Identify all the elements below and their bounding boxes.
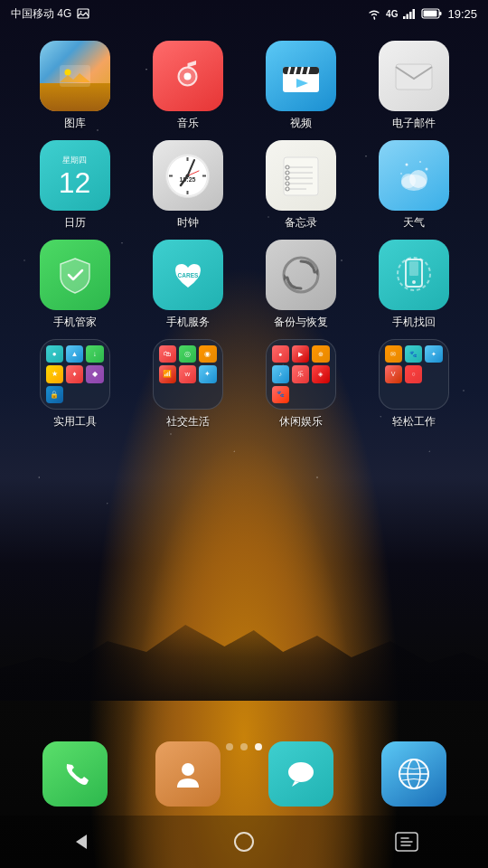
video-svg: [278, 56, 324, 97]
app-weather[interactable]: 天气: [357, 140, 470, 231]
notes-label: 备忘录: [285, 215, 317, 231]
battery-icon: [421, 7, 443, 20]
findphone-svg: [391, 252, 436, 297]
cares-svg: CARES: [169, 259, 207, 291]
menu-button[interactable]: [384, 824, 429, 860]
app-phonemanager[interactable]: 手机管家: [18, 240, 131, 330]
app-phoneservice[interactable]: CARES 手机服务: [131, 240, 244, 330]
calendar-label: 日历: [64, 215, 86, 231]
svg-point-64: [235, 833, 253, 851]
tools-label: 实用工具: [53, 414, 97, 429]
home-icon: [233, 831, 255, 853]
calendar-date: 12: [59, 168, 91, 197]
menu-icon: [394, 831, 419, 853]
weather-label: 天气: [403, 215, 425, 231]
app-findphone[interactable]: 手机找回: [357, 240, 470, 330]
app-gallery[interactable]: 图库: [18, 41, 131, 131]
svg-marker-63: [76, 835, 87, 849]
back-button[interactable]: [59, 824, 104, 860]
notes-icon: [266, 140, 336, 211]
messages-svg: [283, 756, 319, 792]
app-backup[interactable]: 备份与恢复: [244, 240, 357, 330]
music-icon: [153, 41, 223, 111]
social-label: 社交生活: [166, 414, 210, 429]
app-notes[interactable]: 备忘录: [244, 140, 357, 231]
clock-svg: 19:25: [163, 151, 212, 201]
dock-messages-icon: [268, 741, 333, 807]
backup-svg: [278, 252, 324, 297]
backup-label: 备份与恢复: [274, 315, 328, 330]
phonemanager-icon: [40, 240, 110, 310]
svg-point-59: [288, 762, 314, 782]
phone-svg: [58, 757, 92, 791]
svg-point-44: [406, 163, 408, 165]
signal-icon: [402, 7, 417, 20]
app-grid: 图库 音乐: [0, 27, 488, 429]
svg-point-1: [80, 11, 82, 13]
backup-icon: [266, 240, 336, 310]
back-icon: [70, 831, 92, 853]
gallery-label: 图库: [64, 116, 86, 131]
music-svg: [167, 56, 208, 97]
calendar-day-label: 星期四: [62, 155, 87, 166]
phoneservice-label: 手机服务: [166, 315, 210, 330]
contacts-svg: [171, 757, 205, 791]
svg-point-47: [400, 173, 402, 175]
svg-point-45: [419, 161, 421, 163]
svg-point-46: [426, 167, 428, 170]
app-clock[interactable]: 19:25 时钟: [131, 140, 244, 231]
dock-phone[interactable]: [42, 741, 108, 807]
tools-folder-icon: ● ▲ ↓ ★ ♦ ◆ 🔒: [40, 339, 110, 410]
dock-phone-icon: [42, 741, 108, 807]
app-social-folder[interactable]: 🛍 ◎ ◉ 📶 w ✦ 社交生活: [131, 339, 244, 429]
image-status-icon: [77, 8, 89, 19]
status-right: 4G 19:25: [367, 7, 477, 21]
svg-rect-8: [424, 11, 437, 17]
svg-rect-9: [60, 65, 90, 87]
notes-svg: [279, 153, 323, 198]
app-email[interactable]: 电子邮件: [357, 41, 470, 131]
music-label: 音乐: [177, 116, 199, 131]
svg-text:19:25: 19:25: [180, 176, 196, 183]
home-button[interactable]: [221, 824, 267, 860]
svg-point-51: [284, 258, 318, 292]
video-label: 视频: [290, 116, 312, 131]
app-tools-folder[interactable]: ● ▲ ↓ ★ ♦ ◆ 🔒 实用工具: [18, 339, 131, 429]
work-folder-icon: ✉ 🐾 ✦ V ○: [379, 339, 449, 410]
weather-svg: [389, 151, 438, 201]
status-bar: 中国移动 4G 4G 19:25: [0, 0, 488, 27]
app-entertainment-folder[interactable]: ● ▶ ⊕ ♪ 乐 ◈ 🐾 休闲娱乐: [244, 339, 357, 429]
dock: [0, 734, 488, 814]
video-icon: [266, 41, 336, 111]
weather-icon: [379, 140, 449, 211]
dock-contacts[interactable]: [155, 741, 221, 807]
social-folder-icon: 🛍 ◎ ◉ 📶 w ✦: [153, 339, 223, 410]
svg-rect-4: [409, 12, 412, 19]
app-work-folder[interactable]: ✉ 🐾 ✦ V ○ 轻松工作: [357, 339, 470, 429]
status-left: 中国移动 4G: [11, 6, 89, 22]
entertainment-folder-icon: ● ▶ ⊕ ♪ 乐 ◈ 🐾: [266, 339, 336, 410]
svg-rect-7: [439, 12, 442, 15]
dock-browser[interactable]: [381, 741, 446, 807]
dock-browser-icon: [381, 741, 446, 807]
calendar-icon: 星期四 12: [40, 140, 110, 211]
carrier-text: 中国移动 4G: [11, 6, 71, 22]
dock-messages[interactable]: [268, 741, 333, 807]
time-text: 19:25: [447, 7, 477, 21]
clock-label: 时钟: [177, 215, 199, 231]
svg-rect-20: [396, 64, 432, 90]
entertainment-label: 休闲娱乐: [279, 414, 323, 429]
app-music[interactable]: 音乐: [131, 41, 244, 131]
app-calendar[interactable]: 星期四 12 日历: [18, 140, 131, 231]
app-video[interactable]: 视频: [244, 41, 357, 131]
svg-rect-5: [413, 9, 416, 19]
wifi-icon: [367, 7, 381, 20]
gallery-icon: [40, 41, 110, 111]
nav-bar: [0, 816, 488, 868]
svg-point-58: [182, 763, 194, 776]
findphone-label: 手机找回: [392, 315, 436, 330]
svg-point-10: [64, 70, 70, 76]
phonemanager-label: 手机管家: [53, 315, 97, 330]
email-icon: [379, 41, 449, 111]
clock-icon: 19:25: [153, 140, 223, 211]
